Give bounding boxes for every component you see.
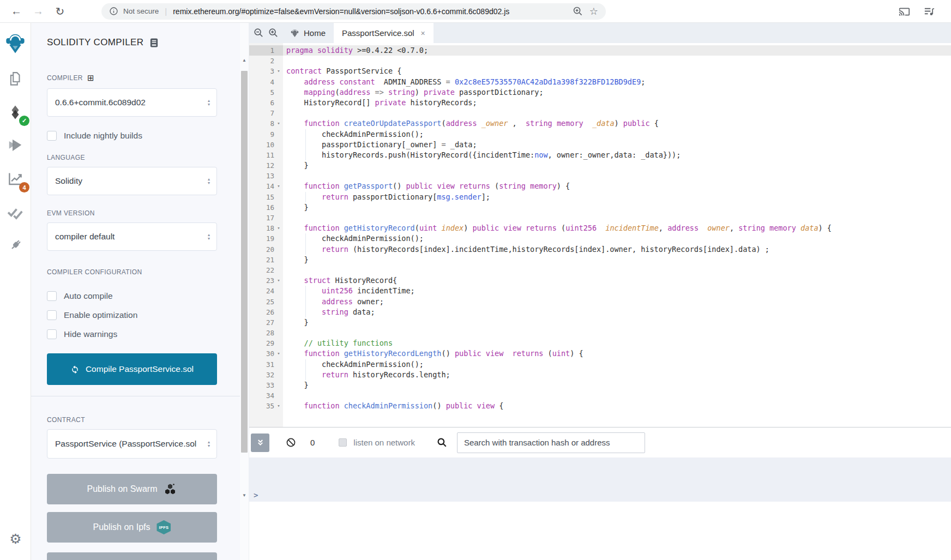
line-gutter[interactable]: 31	[249, 359, 283, 370]
line-gutter[interactable]: 4	[249, 77, 283, 87]
code-line[interactable]: 20 return (historyRecords[index].inciden…	[249, 244, 951, 255]
panel-scrollbar[interactable]: ▲ ▼	[240, 23, 249, 560]
terminal-journal[interactable]: >	[249, 457, 951, 502]
line-gutter[interactable]: 26	[249, 307, 283, 317]
code-line[interactable]: 23▾ struct HistoryRecord{	[249, 275, 951, 286]
code-line[interactable]: 35▾ function checkAdminPermission() publ…	[249, 401, 951, 411]
line-gutter[interactable]: 22	[249, 265, 283, 275]
terminal-search-input[interactable]	[457, 432, 645, 453]
code-line[interactable]: 17	[249, 213, 951, 223]
code-line[interactable]: 3▾contract PassportService {	[249, 66, 951, 76]
line-gutter[interactable]: 2	[249, 56, 283, 66]
code-line[interactable]: 18▾ function getHistoryRecord(uint index…	[249, 223, 951, 233]
line-gutter[interactable]: 20	[249, 244, 283, 255]
bookmark-star-icon[interactable]: ☆	[589, 5, 598, 17]
back-icon[interactable]: ←	[9, 5, 24, 17]
code-line[interactable]: 19 checkAdminPermission();	[249, 233, 951, 244]
zoom-in-icon[interactable]	[268, 28, 279, 38]
publish-ipfs-button[interactable]: Publish on Ipfs IPFS	[47, 512, 217, 543]
fold-arrow-icon[interactable]: ▾	[274, 181, 283, 191]
reload-icon[interactable]: ↻	[52, 5, 68, 18]
line-gutter[interactable]: 28	[249, 328, 283, 338]
fold-arrow-icon[interactable]: ▾	[274, 118, 283, 129]
code-line[interactable]: 15 return passportDictionary[msg.sender]…	[249, 192, 951, 202]
settings-gear-icon[interactable]: ⚙	[0, 531, 31, 547]
code-line[interactable]: 21 }	[249, 255, 951, 265]
line-gutter[interactable]: 10	[249, 140, 283, 150]
forward-icon[interactable]: →	[31, 5, 46, 17]
code-line[interactable]: 24 uint256 incidentTime;	[249, 286, 951, 296]
code-line[interactable]: 4 address constant ADMIN_ADDRESS = 0x2c8…	[249, 77, 951, 87]
close-tab-icon[interactable]: ×	[421, 29, 425, 38]
line-gutter[interactable]: 23▾	[249, 275, 283, 286]
line-gutter[interactable]: 24	[249, 286, 283, 296]
code-line[interactable]: 29 // utility functions	[249, 338, 951, 348]
code-line[interactable]: 25 address owner;	[249, 297, 951, 307]
fold-arrow-icon[interactable]: ▾	[274, 348, 283, 359]
media-controls-icon[interactable]	[923, 5, 935, 17]
line-gutter[interactable]: 27	[249, 317, 283, 328]
line-gutter[interactable]: 35▾	[249, 401, 283, 411]
line-gutter[interactable]: 12	[249, 160, 283, 171]
line-gutter[interactable]: 18▾	[249, 223, 283, 233]
code-line[interactable]: 5 mapping(address => string) private pas…	[249, 87, 951, 98]
debugger-icon[interactable]	[4, 201, 27, 224]
code-line[interactable]: 10 passportDictionary[_owner] = _data;	[249, 140, 951, 150]
enable-optimization-checkbox[interactable]	[47, 310, 57, 320]
line-gutter[interactable]: 8▾	[249, 118, 283, 129]
fold-arrow-icon[interactable]: ▾	[274, 401, 283, 411]
compile-button[interactable]: Compile PassportService.sol	[47, 353, 217, 385]
code-line[interactable]: 6 HistoryRecord[] private historyRecords…	[249, 98, 951, 108]
scroll-up-icon[interactable]: ▲	[240, 58, 249, 63]
code-line[interactable]: 34	[249, 390, 951, 401]
scroll-down-icon[interactable]: ▼	[240, 493, 249, 498]
language-select[interactable]: Solidity ▴▾	[47, 167, 217, 195]
address-bar[interactable]: Not secure | remix.ethereum.org/#optimiz…	[101, 3, 606, 20]
line-gutter[interactable]: 16	[249, 202, 283, 213]
file-explorer-icon[interactable]	[4, 68, 27, 91]
contract-select[interactable]: PassportService (PassportService.sol ▴▾	[47, 429, 217, 459]
clear-transactions-icon[interactable]	[286, 437, 296, 448]
cast-icon[interactable]	[899, 5, 910, 17]
line-gutter[interactable]: 29	[249, 338, 283, 348]
code-line[interactable]: 22	[249, 265, 951, 275]
compiler-version-select[interactable]: 0.6.6+commit.6c089d02 ▴▾	[47, 88, 217, 117]
code-line[interactable]: 9 checkAdminPermission();	[249, 129, 951, 140]
line-gutter[interactable]: 6	[249, 98, 283, 108]
line-gutter[interactable]: 19	[249, 233, 283, 244]
plugin-manager-icon[interactable]	[4, 234, 27, 257]
code-line[interactable]: 12 }	[249, 160, 951, 171]
line-gutter[interactable]: 11	[249, 150, 283, 160]
line-gutter[interactable]: 32	[249, 370, 283, 380]
code-line[interactable]: 31 checkAdminPermission();	[249, 359, 951, 370]
code-line[interactable]: 28	[249, 328, 951, 338]
solidity-compiler-icon[interactable]: ✓	[4, 101, 27, 124]
line-gutter[interactable]: 1	[249, 45, 283, 56]
listen-network-checkbox[interactable]	[339, 438, 347, 447]
evm-version-select[interactable]: compiler default ▴▾	[47, 222, 217, 251]
compilation-details-button[interactable]: Compilation Details	[47, 552, 217, 560]
code-line[interactable]: 16 }	[249, 202, 951, 213]
line-gutter[interactable]: 34	[249, 390, 283, 401]
code-line[interactable]: 7	[249, 108, 951, 118]
code-line[interactable]: 2	[249, 56, 951, 66]
nightly-builds-checkbox[interactable]	[47, 131, 57, 141]
hide-warnings-checkbox[interactable]	[47, 329, 57, 339]
zoom-out-icon[interactable]	[254, 28, 264, 38]
analysis-icon[interactable]: 4	[4, 167, 27, 190]
line-gutter[interactable]: 7	[249, 108, 283, 118]
publish-swarm-button[interactable]: Publish on Swarm	[47, 474, 217, 504]
tab-passportservice[interactable]: PassportService.sol ×	[334, 23, 434, 43]
line-gutter[interactable]: 13	[249, 171, 283, 181]
docs-book-icon[interactable]	[149, 38, 159, 48]
zoom-page-icon[interactable]	[573, 6, 583, 16]
code-line[interactable]: 14▾ function getPassport() public view r…	[249, 181, 951, 191]
code-line[interactable]: 1pragma solidity >=0.4.22 <0.7.0;	[249, 45, 951, 56]
code-line[interactable]: 27 }	[249, 317, 951, 328]
code-line[interactable]: 8▾ function createOrUpdatePassport(addre…	[249, 118, 951, 129]
fold-arrow-icon[interactable]: ▾	[274, 275, 283, 286]
fold-arrow-icon[interactable]: ▾	[274, 66, 283, 76]
line-gutter[interactable]: 15	[249, 192, 283, 202]
code-area[interactable]: 1pragma solidity >=0.4.22 <0.7.0;23▾cont…	[249, 43, 951, 427]
line-gutter[interactable]: 33	[249, 380, 283, 390]
